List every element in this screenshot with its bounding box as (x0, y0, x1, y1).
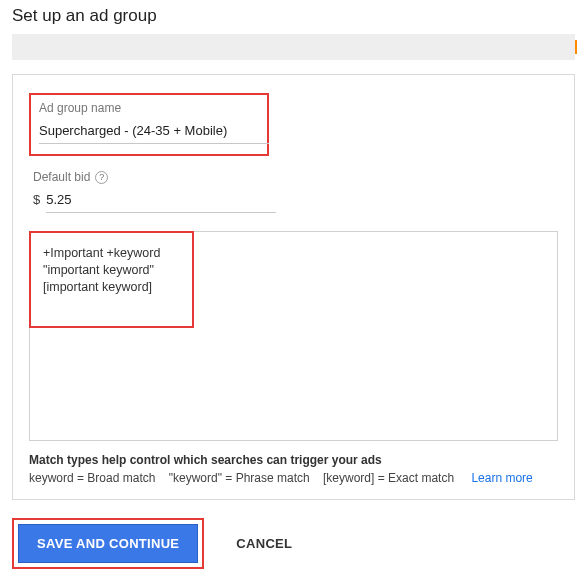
ad-group-card: Ad group name Default bid ? $ Match type… (12, 74, 575, 500)
match-broad: keyword = Broad match (29, 471, 155, 485)
learn-more-link[interactable]: Learn more (471, 471, 532, 485)
keywords-empty-space[interactable] (30, 328, 557, 440)
save-and-continue-button[interactable]: SAVE AND CONTINUE (18, 524, 198, 563)
button-row: SAVE AND CONTINUE CANCEL (0, 518, 587, 577)
page-title: Set up an ad group (0, 0, 587, 34)
keywords-textarea[interactable] (39, 239, 184, 313)
cancel-button[interactable]: CANCEL (232, 525, 296, 562)
default-bid-input[interactable] (46, 188, 276, 213)
currency-symbol: $ (33, 192, 40, 213)
default-bid-label: Default bid ? (33, 170, 558, 184)
ad-group-name-highlight: Ad group name (29, 93, 269, 156)
save-button-highlight: SAVE AND CONTINUE (12, 518, 204, 569)
match-types-heading: Match types help control which searches … (29, 453, 558, 467)
info-banner (12, 34, 575, 60)
keywords-highlight (29, 231, 194, 328)
ad-group-name-input[interactable] (39, 119, 269, 144)
keywords-area (29, 231, 558, 441)
match-exact: [keyword] = Exact match (323, 471, 454, 485)
match-phrase: "keyword" = Phrase match (169, 471, 310, 485)
help-icon[interactable]: ? (95, 171, 108, 184)
default-bid-label-text: Default bid (33, 170, 90, 184)
default-bid-block: Default bid ? $ (33, 170, 558, 213)
match-types-line: keyword = Broad match "keyword" = Phrase… (29, 471, 558, 485)
match-types-heading-text: Match types help control which searches … (29, 453, 382, 467)
ad-group-name-label: Ad group name (39, 101, 259, 115)
